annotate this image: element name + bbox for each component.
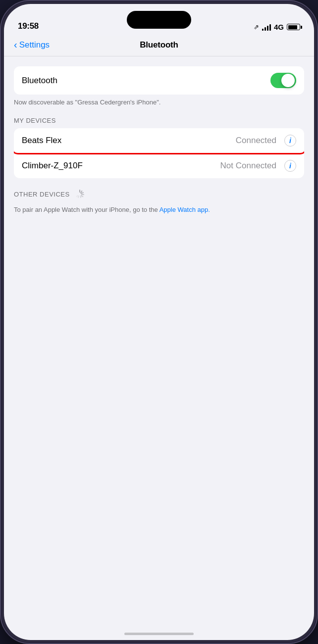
status-icons: ⇗ 4G — [254, 23, 300, 31]
page-title: Bluetooth — [140, 40, 178, 50]
climber-row[interactable]: Climber-Z_910F Not Connected i — [14, 153, 304, 178]
status-time: 19:58 — [18, 21, 39, 31]
climber-name: Climber-Z_910F — [22, 161, 83, 171]
climber-right: Not Connected i — [220, 160, 296, 172]
toggle-knob — [281, 74, 295, 87]
back-label: Settings — [19, 40, 50, 50]
bluetooth-toggle-card: Bluetooth — [14, 66, 304, 95]
nav-bar: ‹ Settings Bluetooth — [4, 36, 314, 56]
back-chevron-icon: ‹ — [14, 39, 17, 50]
beats-flex-name: Beats Flex — [22, 136, 61, 146]
spinner-svg — [75, 189, 85, 199]
other-devices-label: OTHER DEVICES — [14, 191, 70, 198]
svg-line-4 — [81, 196, 83, 197]
screen: 19:58 ⇗ 4G ‹ Setting — [4, 4, 314, 640]
back-button[interactable]: ‹ Settings — [14, 40, 50, 50]
beats-flex-info-button[interactable]: i — [284, 135, 296, 147]
location-icon: ⇗ — [254, 23, 259, 31]
volume-down-button[interactable] — [0, 204, 1, 244]
apple-watch-static-text: To pair an Apple Watch with your iPhone,… — [14, 206, 159, 213]
dynamic-island — [127, 11, 191, 29]
beats-flex-row[interactable]: Beats Flex Connected i — [14, 128, 304, 153]
scanning-spinner — [75, 189, 85, 199]
apple-watch-link[interactable]: Apple Watch app. — [159, 206, 210, 213]
bluetooth-toggle-row: Bluetooth — [14, 66, 304, 95]
signal-bar-1 — [262, 29, 264, 31]
my-devices-header: MY DEVICES — [4, 106, 314, 128]
discoverable-text: Now discoverable as "Gressa Cedergren's … — [4, 95, 314, 106]
signal-bar-4 — [269, 24, 271, 31]
svg-line-2 — [81, 193, 83, 194]
svg-line-6 — [78, 196, 79, 198]
bluetooth-label: Bluetooth — [22, 76, 57, 86]
signal-bar-3 — [267, 26, 268, 31]
page-content: ‹ Settings Bluetooth Bluetooth Now disc — [4, 36, 314, 640]
signal-bar-2 — [265, 27, 266, 31]
beats-flex-status: Connected — [236, 136, 276, 146]
scroll-area: Bluetooth Now discoverable as "Gressa Ce… — [4, 56, 314, 225]
battery-icon — [287, 24, 300, 30]
svg-line-7 — [76, 196, 77, 197]
phone-frame: 19:58 ⇗ 4G ‹ Setting — [0, 0, 318, 644]
home-indicator — [124, 633, 194, 635]
climber-info-button[interactable]: i — [284, 160, 296, 172]
beats-flex-right: Connected i — [236, 135, 296, 147]
volume-up-button[interactable] — [0, 154, 1, 194]
other-devices-header-row: OTHER DEVICES — [4, 178, 314, 203]
battery-fill — [288, 25, 298, 29]
apple-watch-text: To pair an Apple Watch with your iPhone,… — [4, 203, 314, 215]
my-devices-card: Beats Flex Connected i Climber-Z_910F No… — [14, 128, 304, 178]
network-type: 4G — [274, 23, 284, 31]
climber-status: Not Connected — [220, 161, 276, 171]
signal-bars — [262, 24, 271, 31]
svg-line-1 — [81, 191, 82, 193]
bluetooth-toggle[interactable] — [270, 73, 296, 88]
